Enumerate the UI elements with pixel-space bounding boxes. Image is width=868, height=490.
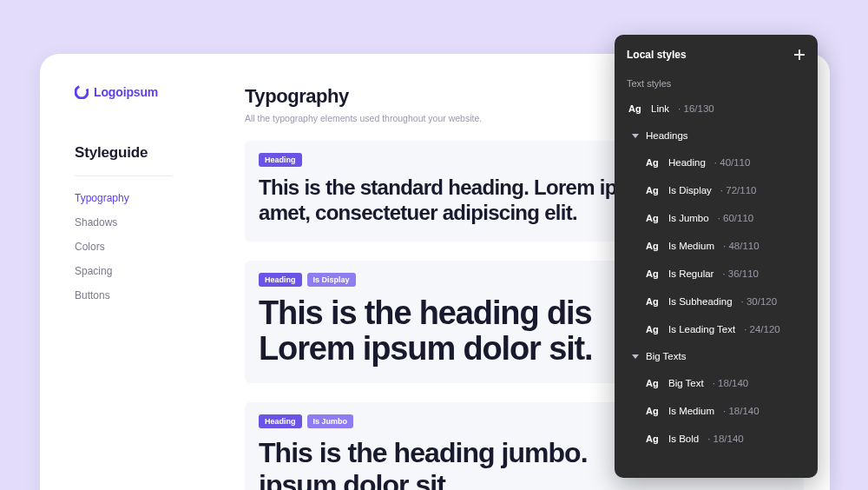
style-meta: · 18/140 — [707, 434, 744, 444]
style-row[interactable]: AgIs Bold · 18/140 — [627, 426, 806, 452]
ag-icon: Ag — [646, 213, 660, 223]
tag-is-display: Is Display — [307, 273, 356, 287]
nav-item-spacing[interactable]: Spacing — [75, 265, 245, 277]
ag-icon: Ag — [646, 434, 660, 444]
style-row[interactable]: AgHeading · 40/110 — [627, 149, 806, 175]
svg-point-0 — [76, 86, 88, 98]
ag-icon: Ag — [628, 103, 642, 114]
add-style-icon[interactable] — [793, 49, 806, 61]
style-group-row[interactable]: Big Texts — [627, 344, 806, 368]
nav-item-shadows[interactable]: Shadows — [75, 216, 245, 228]
brand-name: Logoipsum — [94, 85, 158, 99]
style-meta: · 40/110 — [714, 157, 751, 168]
panel-section-label: Text styles — [627, 78, 806, 89]
style-group-label: Headings — [646, 130, 688, 141]
panel-header: Local styles — [627, 49, 806, 61]
ag-icon: Ag — [646, 296, 660, 307]
style-group-label: Big Texts — [646, 351, 686, 361]
brand-logo-icon — [75, 85, 89, 99]
style-meta: · 18/140 — [713, 378, 749, 388]
style-name: Big Text — [668, 378, 704, 388]
style-meta: · 60/110 — [718, 213, 754, 223]
tag-heading: Heading — [259, 273, 302, 287]
style-row[interactable]: AgIs Leading Text · 24/120 — [627, 316, 806, 342]
style-name: Is Subheading — [668, 296, 733, 307]
style-name: Is Leading Text — [668, 324, 735, 334]
style-row[interactable]: AgIs Medium · 18/140 — [627, 398, 806, 424]
style-row[interactable]: AgIs Subheading · 30/120 — [627, 288, 806, 315]
nav-item-typography[interactable]: Typography — [75, 192, 245, 204]
style-row[interactable]: AgBig Text · 18/140 — [627, 370, 806, 396]
style-row[interactable]: AgIs Jumbo · 60/110 — [627, 205, 806, 231]
style-name: Is Regular — [668, 268, 713, 279]
sidebar-divider — [75, 175, 172, 176]
ag-icon: Ag — [646, 406, 660, 416]
tag-heading: Heading — [259, 414, 302, 428]
tag-heading: Heading — [259, 153, 302, 167]
style-meta: · 16/130 — [678, 103, 714, 114]
style-meta: · 30/120 — [741, 296, 778, 307]
style-name: Is Display — [668, 185, 712, 195]
sidebar-title: Styleguide — [75, 144, 245, 162]
style-row[interactable]: AgLink · 16/130 — [627, 96, 806, 122]
style-name: Is Jumbo — [668, 213, 709, 223]
sidebar-nav: Typography Shadows Colors Spacing Button… — [75, 192, 245, 301]
ag-icon: Ag — [646, 378, 660, 388]
style-name: Link — [651, 103, 669, 114]
style-name: Is Medium — [668, 241, 714, 251]
chevron-down-icon — [632, 354, 639, 359]
style-row[interactable]: AgIs Display · 72/110 — [627, 177, 806, 203]
style-row[interactable]: AgIs Regular · 36/110 — [627, 261, 806, 287]
ag-icon: Ag — [646, 241, 660, 251]
chevron-down-icon — [632, 134, 639, 138]
style-name: Heading — [668, 157, 706, 168]
sidebar: Logoipsum Styleguide Typography Shadows … — [75, 85, 245, 490]
style-meta: · 18/140 — [723, 406, 760, 416]
style-meta: · 36/110 — [722, 268, 759, 279]
style-meta: · 24/120 — [744, 324, 780, 334]
nav-item-buttons[interactable]: Buttons — [75, 289, 245, 301]
local-styles-panel: Local styles Text styles AgLink · 16/130… — [615, 35, 818, 478]
style-row[interactable]: AgIs Medium · 48/110 — [627, 233, 806, 259]
style-name: Is Medium — [668, 406, 714, 416]
style-list: AgLink · 16/130HeadingsAgHeading · 40/11… — [627, 96, 806, 452]
style-meta: · 72/110 — [720, 185, 757, 195]
style-name: Is Bold — [668, 434, 699, 444]
style-group-row[interactable]: Headings — [627, 123, 806, 148]
ag-icon: Ag — [646, 268, 660, 279]
brand: Logoipsum — [75, 85, 245, 99]
ag-icon: Ag — [646, 157, 660, 168]
ag-icon: Ag — [646, 324, 660, 334]
panel-title: Local styles — [627, 49, 687, 61]
tag-is-jumbo: Is Jumbo — [307, 414, 354, 428]
style-meta: · 48/110 — [723, 241, 760, 251]
nav-item-colors[interactable]: Colors — [75, 241, 245, 253]
ag-icon: Ag — [646, 185, 660, 195]
